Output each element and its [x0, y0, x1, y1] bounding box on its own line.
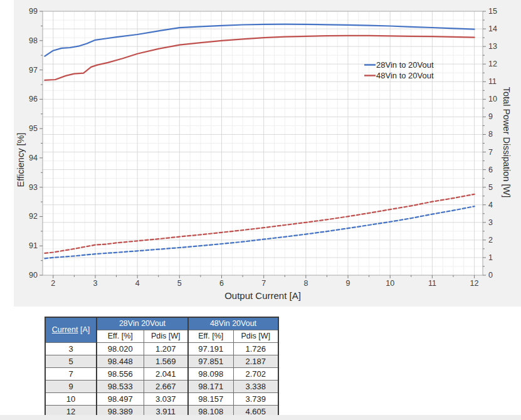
table-row: 1098.4973.03798.1573.739: [45, 393, 278, 406]
table-body: 398.0201.20797.1911.726598.4481.56997.85…: [45, 343, 278, 419]
cell-value: 98.157: [188, 393, 233, 406]
table-row: 598.4481.56997.8512.187: [45, 355, 278, 368]
svg-text:2: 2: [51, 279, 55, 288]
measurement-table: Current [A] 28Vin 20Vout 48Vin 20Vout Ef…: [45, 317, 279, 419]
svg-text:91: 91: [29, 241, 38, 250]
cell-value: 98.556: [97, 368, 144, 381]
svg-text:0: 0: [488, 271, 493, 280]
svg-text:13: 13: [488, 42, 497, 51]
bottom-strip: [0, 415, 521, 420]
cell-value: 97.191: [188, 343, 233, 355]
y-axis-right: 0123456789101112131415Total Power Dissip…: [483, 7, 512, 280]
cell-value: 1.569: [144, 355, 188, 368]
cell-value: 98.171: [188, 381, 233, 393]
legend-label: 48Vin to 20Vout: [376, 71, 434, 80]
svg-text:93: 93: [29, 183, 38, 192]
table-row: 998.5332.66798.1713.338: [45, 381, 278, 393]
svg-text:10: 10: [488, 95, 497, 103]
svg-text:12: 12: [470, 279, 479, 288]
svg-text:99: 99: [29, 7, 38, 16]
svg-text:94: 94: [29, 154, 38, 162]
table-group-header-row: Current [A] 28Vin 20Vout 48Vin 20Vout: [45, 317, 278, 330]
cell-value: 2.667: [144, 381, 188, 393]
cell-value: 2.187: [233, 355, 278, 368]
cell-value: 3.338: [233, 381, 278, 393]
x-axis-title: Output Current [A]: [224, 290, 301, 301]
cell-value: 1.207: [144, 343, 188, 355]
svg-text:11: 11: [488, 77, 497, 86]
svg-text:7: 7: [488, 148, 493, 157]
subheader-pdis-28: Pdis [W]: [144, 330, 188, 343]
svg-text:15: 15: [488, 7, 497, 16]
svg-text:2: 2: [488, 236, 493, 244]
cell-current: 9: [45, 381, 97, 393]
svg-text:97: 97: [29, 66, 38, 75]
subheader-eff-48: Eff. [%]: [188, 330, 233, 343]
cell-value: 97.851: [188, 355, 233, 368]
svg-text:10: 10: [386, 279, 394, 288]
cell-value: 1.726: [233, 343, 278, 355]
table-header-48vin: 48Vin 20Vout: [188, 317, 278, 330]
svg-text:5: 5: [177, 279, 182, 288]
cell-value: 98.497: [97, 393, 144, 406]
svg-text:7: 7: [261, 279, 266, 288]
subheader-eff-28: Eff. [%]: [97, 330, 144, 343]
svg-text:3: 3: [93, 279, 97, 288]
svg-text:9: 9: [488, 112, 493, 121]
svg-text:6: 6: [488, 165, 493, 174]
cell-value: 3.739: [233, 393, 278, 406]
cell-current: 7: [45, 368, 97, 381]
y-right-title: Total Power Dissipation [W]: [502, 87, 512, 197]
svg-text:1: 1: [488, 253, 493, 262]
svg-text:8: 8: [303, 279, 308, 288]
cell-value: 98.020: [97, 343, 144, 355]
legend-label: 28Vin to 20Vout: [376, 60, 434, 70]
cell-value: 98.098: [188, 368, 233, 381]
svg-text:92: 92: [29, 212, 38, 221]
svg-text:96: 96: [29, 95, 38, 103]
cell-current: 3: [45, 343, 97, 355]
cell-current: 10: [45, 393, 97, 406]
svg-text:4: 4: [488, 201, 493, 209]
table-header-28vin: 28Vin 20Vout: [97, 317, 188, 330]
cell-value: 98.533: [97, 381, 144, 393]
svg-text:3: 3: [488, 218, 493, 227]
table-header-current: Current [A]: [45, 317, 97, 343]
svg-text:98: 98: [29, 36, 38, 45]
page-root: 23456789101112Output Current [A]90919293…: [0, 0, 521, 420]
cell-current: 5: [45, 355, 97, 368]
svg-text:95: 95: [29, 124, 38, 133]
cell-value: 2.702: [233, 368, 278, 381]
svg-text:90: 90: [29, 271, 38, 280]
cell-value: 3.037: [144, 393, 188, 406]
table-row: 398.0201.20797.1911.726: [45, 343, 278, 355]
x-axis: 23456789101112Output Current [A]: [51, 275, 478, 301]
y-axis-left: 90919293949596979899Efficiency [%]: [16, 7, 43, 280]
svg-text:6: 6: [219, 279, 224, 288]
svg-text:4: 4: [135, 279, 140, 288]
svg-text:11: 11: [428, 279, 436, 288]
cell-value: 98.448: [97, 355, 144, 368]
table-row: 798.5562.04198.0982.702: [45, 368, 278, 381]
svg-text:9: 9: [346, 279, 350, 288]
efficiency-power-chart: 23456789101112Output Current [A]90919293…: [0, 0, 521, 307]
cell-value: 2.041: [144, 368, 188, 381]
svg-text:12: 12: [488, 60, 497, 68]
svg-text:8: 8: [488, 130, 493, 139]
y-left-title: Efficiency [%]: [16, 133, 26, 187]
subheader-pdis-48: Pdis [W]: [233, 330, 278, 343]
current-header-unit: [A]: [78, 325, 90, 334]
svg-text:5: 5: [488, 183, 493, 192]
svg-text:14: 14: [488, 24, 497, 33]
current-header-label: Current: [52, 325, 78, 334]
